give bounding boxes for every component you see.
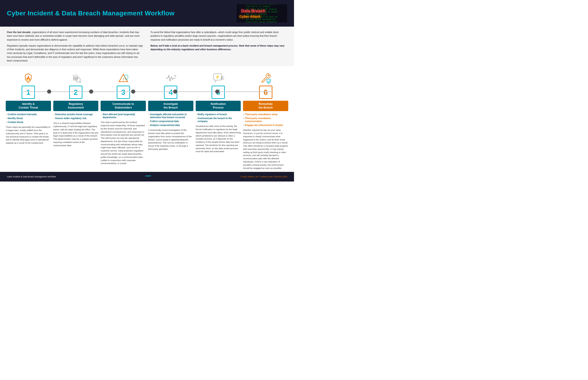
bullet-arrow: › (243, 124, 244, 127)
step-6-bullet-1: › Third-party remediation setup (243, 113, 288, 116)
step-1-bullets: › Confirm incident internally › Identify… (6, 113, 51, 125)
step-5-bullet-2: › Communicate the breach to the company (196, 117, 241, 123)
bullet-arrow: › (196, 117, 197, 120)
footer: Cyber Incident & Data Breach Management … (0, 172, 294, 182)
bullet-arrow: › (54, 117, 54, 120)
step-1-bullet-2: › Identify threat (6, 117, 51, 120)
intro-left: Over the last decade, organizations of a… (7, 30, 143, 62)
step-5-desc: Simultaneous with much of this activity,… (196, 125, 241, 153)
step-2-bullets: › Determine jurisdic-tional coverage › A… (53, 113, 99, 121)
header: Cyber Incident & Data Breach Management … (0, 0, 294, 27)
step-4-bullet-3: › Analyze compromised data (149, 124, 193, 127)
connector-line (23, 91, 271, 92)
intro-p3: To avoid the fallout that organizations … (150, 30, 287, 41)
step-6-desc: Whether required by law, by your cyber i… (243, 129, 288, 170)
workflow-section: 🔥 1 Identify &Contain Threat › Confirm i… (0, 66, 294, 172)
step-6-title: Remediatethe Breach (243, 101, 288, 111)
step-3-icon: ! (118, 73, 129, 84)
step-1-icon-area: 🔥 (22, 71, 34, 86)
step-2-icon: 🏛 (70, 73, 81, 84)
intro-right: To avoid the fallout that organizations … (150, 30, 287, 62)
step-5-icon: ⚡ (212, 73, 224, 84)
step-4-bullets: › Investigate affected end-points to det… (148, 113, 193, 128)
step-3-icon-area: ! (118, 71, 129, 86)
steps-container: 🔥 1 Identify &Contain Threat › Confirm i… (5, 71, 289, 170)
logo-text: exterro (145, 175, 150, 177)
connector-dot-4 (173, 90, 177, 94)
intro-p2: Regulators typically require organizatio… (7, 44, 143, 62)
step-3-title: Communicate toStakeholders (101, 101, 146, 111)
bullet-arrow: › (243, 113, 244, 116)
connector-dot-5 (215, 90, 219, 94)
step-3-desc: This step is performed by the incident r… (101, 121, 146, 165)
bullet-arrow: › (101, 113, 102, 116)
svg-text:⚡: ⚡ (215, 75, 220, 79)
step-6-bullet-2: › Third-party remediation communication (243, 117, 288, 123)
step-3-bullets: › Alert affected (and tangential) depart… (101, 113, 146, 120)
step-6-bullets: › Third-party remediation setup › Third-… (243, 113, 288, 128)
connector-dot-1 (47, 90, 51, 94)
step-6-icon (260, 73, 271, 84)
step-3-number: 3 (117, 86, 130, 99)
step-1-bullet-1: › Confirm incident internally (6, 113, 51, 116)
step-6-icon-area (260, 71, 271, 86)
svg-line-3 (80, 81, 81, 83)
step-1-icon: 🔥 (22, 73, 34, 84)
step-1-number: 1 (21, 86, 35, 99)
step-4-bullet-2: › Collect compromised data (149, 120, 193, 123)
step-5: ⚡ 5 NotificationProcess › Notify regulat… (195, 71, 242, 153)
step-2-title: RegulatoryAssessment (53, 101, 99, 111)
step-2-number: 2 (69, 86, 82, 99)
bullet-arrow: › (149, 124, 149, 127)
step-4-title: Investigatethe Breach (148, 101, 193, 111)
bullet-arrow: › (6, 117, 7, 120)
bullet-arrow: › (149, 120, 149, 123)
intro-bold-phrase: Over the last decade (7, 31, 31, 34)
step-2-icon-area: 🏛 (70, 71, 81, 86)
svg-text:🔥: 🔥 (26, 76, 31, 81)
step-1-desc: These steps are generally the responsibi… (6, 126, 51, 145)
step-2-bullet-1: › Determine jurisdic-tional coverage (54, 113, 99, 116)
step-4-desc: A forensically-sound investigation of th… (148, 129, 193, 151)
breach-text: Data Breach (241, 9, 265, 14)
step-6: 6 Remediatethe Breach › Third-party reme… (242, 71, 289, 170)
step-6-bullet-3: › Engage law enforcement if needed (243, 124, 288, 127)
step-3-bullet-1: › Alert affected (and tangential) depart… (101, 113, 146, 119)
header-image: 57 32C 201 76 CC 975 36855 71 C101 076 C… (237, 4, 287, 22)
intro-section: Over the last decade, organizations of a… (0, 27, 294, 66)
step-2-desc: This is a shared responsibility between … (53, 122, 99, 147)
step-4: 4 Investigatethe Breach › Investigate af… (147, 71, 195, 151)
bullet-arrow: › (54, 113, 54, 116)
step-4-icon (165, 73, 176, 84)
step-2: 🏛 2 RegulatoryAssessment › Determine jur… (52, 71, 100, 147)
bullet-arrow: › (149, 113, 149, 116)
step-4-bullet-1: › Investigate affected end-points to det… (149, 113, 193, 119)
footer-left-text: Cyber Incident & Data Breach Management … (7, 175, 56, 178)
step-5-bullet-1: › Notify regulators of breach (196, 113, 241, 116)
intro-p1: Over the last decade, organizations of a… (7, 30, 143, 41)
bullet-arrow: › (6, 113, 7, 116)
footer-logo: exterro® (145, 174, 151, 180)
step-5-bullets: › Notify regulators of breach › Communic… (196, 113, 241, 124)
step-1: 🔥 1 Identify &Contain Threat › Confirm i… (5, 71, 52, 145)
step-1-title: Identify &Contain Threat (6, 101, 51, 111)
step-1-bullet-3: › Contain threat (6, 121, 51, 124)
step-3: ! 3 Communicate toStakeholders › Alert a… (100, 71, 147, 165)
page-title: Cyber Incident & Data Breach Management … (7, 10, 175, 17)
footer-right-text: © 2021 Exterro, Inc. // exterro.com // 5… (241, 175, 287, 178)
step-5-icon-area: ⚡ (212, 71, 224, 86)
bullet-arrow: › (196, 113, 197, 116)
step-2-bullet-2: › Assess wider regulatory risk (54, 117, 99, 120)
bullet-arrow: › (243, 117, 244, 120)
connector-dot-3 (131, 90, 135, 94)
intro-p4: Below, we'll take a look at a basic inci… (150, 44, 287, 51)
attack-text: Cyber Attack (239, 15, 261, 18)
step-5-title: NotificationProcess (196, 101, 241, 111)
step-4-icon-area (165, 71, 176, 86)
connector-dot-2 (89, 90, 93, 94)
bullet-arrow: › (6, 121, 7, 124)
step-6-number: 6 (259, 86, 272, 99)
svg-text:!: ! (123, 77, 124, 82)
logo-registered: ® (150, 175, 151, 177)
